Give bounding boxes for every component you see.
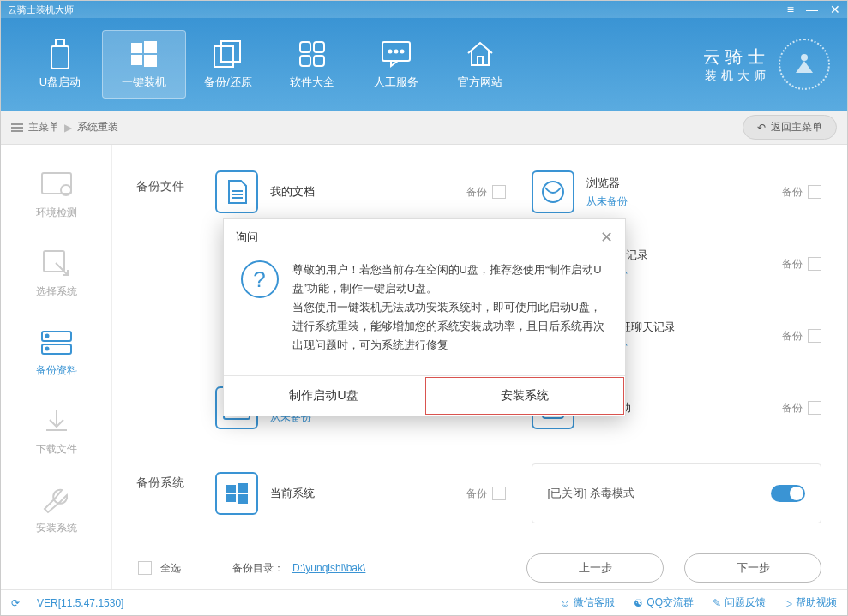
modal-close-icon[interactable]: ✕: [600, 228, 613, 247]
question-icon: ?: [241, 260, 279, 298]
modal-make-usb-button[interactable]: 制作启动U盘: [224, 376, 424, 416]
modal-title: 询问: [236, 230, 258, 245]
modal-overlay: 询问 ✕ ? 尊敬的用户！若您当前存在空闲的U盘，推荐您使用“制作启动U盘”功能…: [0, 0, 848, 616]
modal-install-button[interactable]: 安装系统: [424, 376, 625, 416]
app-window: 云骑士装机大师 ≡ — ✕ U盘启动 一键装机 备份/还原 软件大全 人工服务: [0, 0, 848, 616]
modal-body-text: 尊敬的用户！若您当前存在空闲的U盘，推荐您使用“制作启动U盘”功能，制作一键启动…: [292, 260, 608, 355]
confirm-modal: 询问 ✕ ? 尊敬的用户！若您当前存在空闲的U盘，推荐您使用“制作启动U盘”功能…: [223, 218, 626, 416]
